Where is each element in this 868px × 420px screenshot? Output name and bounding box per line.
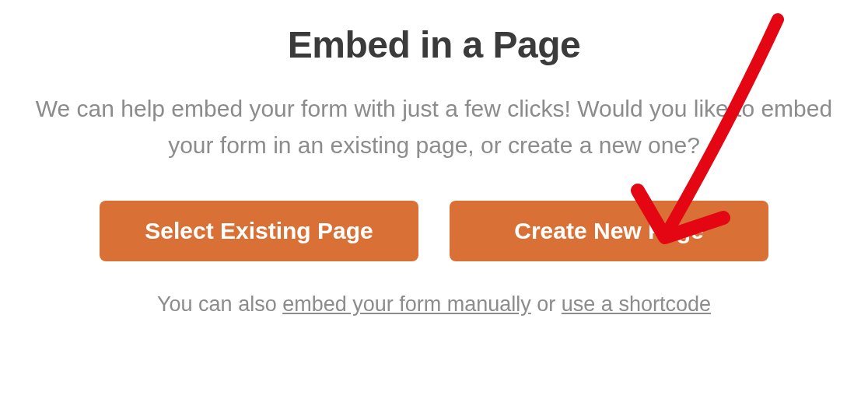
footer-text: You can also embed your form manually or…	[157, 292, 711, 317]
footer-separator: or	[531, 292, 562, 316]
modal-title: Embed in a Page	[288, 23, 581, 66]
embed-manually-link[interactable]: embed your form manually	[282, 292, 531, 316]
use-shortcode-link[interactable]: use a shortcode	[562, 292, 711, 316]
select-existing-page-button[interactable]: Select Existing Page	[100, 201, 418, 261]
button-row: Select Existing Page Create New Page	[100, 201, 768, 261]
modal-description: We can help embed your form with just a …	[22, 91, 846, 163]
footer-prefix: You can also	[157, 292, 282, 316]
create-new-page-button[interactable]: Create New Page	[450, 201, 768, 261]
